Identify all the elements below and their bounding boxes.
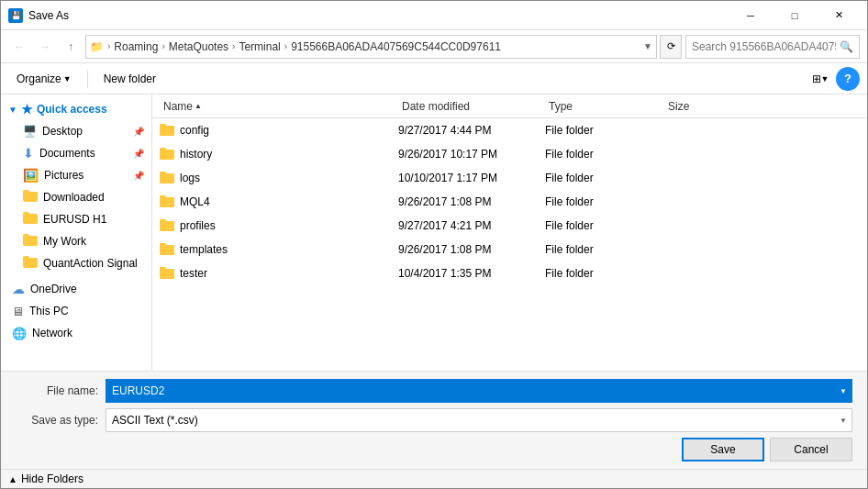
sidebar-item-eurusd[interactable]: EURUSD H1 [1,208,151,230]
filename-input-wrapper [106,379,852,403]
file-name-cell: MQL4 [160,194,398,209]
work-folder-icon [23,234,38,249]
up-button[interactable]: ↑ [60,36,82,58]
address-bar: ← → ↑ 📁 › Roaming › MetaQuotes › Termina… [1,30,867,63]
pictures-folder-icon: 🖼️ [23,168,39,183]
file-folder-icon [160,242,174,257]
savetype-label: Save as type: [16,414,98,427]
minimize-button[interactable]: ─ [729,1,772,30]
file-list: Name ▲ Date modified Type Size [152,94,867,371]
table-row[interactable]: history 9/26/2017 10:17 PM File folder [152,142,867,166]
close-button[interactable]: ✕ [818,1,860,30]
dialog-icon: 💾 [8,8,23,23]
file-date-cell: 9/26/2017 10:17 PM [398,148,545,161]
sidebar-item-pictures[interactable]: 🖼️ Pictures 📌 [1,164,151,186]
file-name-cell: profiles [160,218,398,233]
hide-folders-bar[interactable]: ▲ Hide Folders [1,469,867,488]
search-input[interactable] [692,40,836,53]
toolbar: Organize ▼ New folder ⊞ ▼ ? [1,63,867,94]
file-folder-icon [160,218,174,233]
sidebar-item-downloaded[interactable]: Downloaded [1,186,151,208]
documents-pin-icon: 📌 [133,149,144,159]
hide-folders-chevron-icon: ▲ [8,474,17,484]
thispc-icon: 🖥 [12,305,24,318]
desktop-folder-icon: 🖥️ [23,125,37,138]
table-row[interactable]: profiles 9/27/2017 4:21 PM File folder [152,214,867,238]
sidebar-item-documents[interactable]: ⬇ Documents 📌 [1,142,151,164]
col-header-name[interactable]: Name ▲ [160,100,398,113]
desktop-label: Desktop [42,125,128,138]
sidebar-item-network[interactable]: 🌐 Network [1,322,151,344]
documents-folder-icon: ⬇ [23,146,34,161]
save-button[interactable]: Save [682,438,764,461]
svg-rect-5 [160,172,166,175]
file-list-header: Name ▲ Date modified Type Size [152,94,867,118]
table-row[interactable]: config 9/27/2017 4:44 PM File folder [152,118,867,142]
file-date-cell: 10/4/2017 1:35 PM [398,267,545,280]
table-row[interactable]: MQL4 9/26/2017 1:08 PM File folder [152,190,867,214]
title-bar-buttons: ─ □ ✕ [729,1,860,30]
file-name-cell: logs [160,171,398,185]
sidebar-item-desktop[interactable]: 🖥️ Desktop 📌 [1,120,151,142]
refresh-button[interactable]: ⟳ [660,35,682,59]
address-path[interactable]: 📁 › Roaming › MetaQuotes › Terminal › 91… [85,35,657,59]
new-folder-button[interactable]: New folder [95,67,164,91]
search-box[interactable]: 🔍 [685,35,860,59]
filename-input[interactable] [106,379,852,403]
filename-label: File name: [16,384,98,397]
file-name-cell: tester [160,266,398,281]
organize-button[interactable]: Organize ▼ [8,67,80,91]
file-date-cell: 9/27/2017 4:44 PM [398,124,545,137]
sidebar-item-quantaction[interactable]: QuantAction Signal [1,252,151,274]
view-grid-icon: ⊞ [812,72,821,85]
file-name-cell: history [160,147,398,161]
sort-arrow-icon: ▲ [195,102,202,110]
file-folder-icon [160,266,174,281]
work-label: My Work [43,235,144,248]
quick-access-header[interactable]: ▼ ★ Quick access [1,98,151,120]
file-type-cell: File folder [545,172,664,184]
file-folder-icon [160,194,174,209]
file-folder-icon [160,123,174,138]
file-type-cell: File folder [545,243,664,256]
table-row[interactable]: templates 9/26/2017 1:08 PM File folder [152,238,867,261]
table-row[interactable]: logs 10/10/2017 1:17 PM File folder [152,166,867,190]
view-options-button[interactable]: ⊞ ▼ [808,67,832,91]
maximize-button[interactable]: □ [773,1,816,30]
col-header-size[interactable]: Size [664,100,738,113]
savetype-select[interactable]: ASCII Text (*.csv) [106,408,852,432]
sidebar-item-onedrive[interactable]: ☁ OneDrive [1,278,151,300]
network-icon: 🌐 [12,327,27,340]
sidebar-item-work[interactable]: My Work [1,230,151,252]
documents-label: Documents [39,147,128,160]
main-content: ▼ ★ Quick access 🖥️ Desktop 📌 ⬇ Document… [1,94,867,371]
search-icon: 🔍 [840,40,853,53]
file-rows-container: config 9/27/2017 4:44 PM File folder his… [152,118,867,285]
buttons-row: Save Cancel [16,438,852,461]
back-button[interactable]: ← [8,36,30,58]
col-header-date[interactable]: Date modified [398,100,545,113]
sidebar: ▼ ★ Quick access 🖥️ Desktop 📌 ⬇ Document… [1,94,152,371]
filename-row: File name: [16,379,852,403]
eurusd-label: EURUSD H1 [43,213,144,226]
sidebar-item-thispc[interactable]: 🖥 This PC [1,300,151,322]
path-folder-icon: 📁 [90,40,104,53]
onedrive-icon: ☁ [12,282,25,296]
organize-arrow-icon: ▼ [63,74,72,83]
toolbar-separator [87,70,88,88]
new-folder-label: New folder [104,72,156,85]
thispc-label: This PC [29,305,144,317]
quick-access-label: Quick access [37,103,107,116]
cancel-button[interactable]: Cancel [770,438,852,461]
col-header-type[interactable]: Type [545,100,664,113]
hide-folders-label: Hide Folders [21,472,83,485]
file-date-cell: 10/10/2017 1:17 PM [398,172,545,184]
view-arrow-icon: ▼ [821,74,829,83]
pictures-label: Pictures [44,169,128,182]
table-row[interactable]: tester 10/4/2017 1:35 PM File folder [152,261,867,285]
file-type-cell: File folder [545,267,664,280]
help-button[interactable]: ? [836,67,860,91]
svg-rect-3 [160,148,166,151]
forward-button[interactable]: → [34,36,56,58]
file-type-cell: File folder [545,148,664,161]
